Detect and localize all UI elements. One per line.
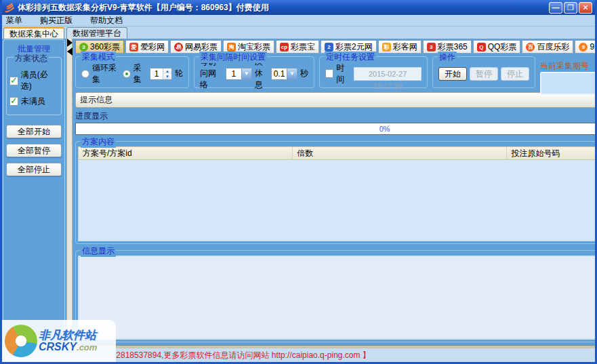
full-checkbox[interactable] [9, 77, 18, 85]
hint-strip: 提示信息 [75, 92, 595, 108]
site-taobao-icon: 淘 [227, 43, 236, 52]
crsky-watermark: 非凡软件站 CRSKY.com [2, 320, 116, 362]
site-tab-9188[interactable]: 9 9188彩票 [575, 40, 595, 53]
plan-table-body[interactable] [78, 160, 595, 241]
site-tab-label: 爱彩网 [140, 41, 165, 53]
current-issue-group: 当前采集期号 [540, 56, 595, 88]
rounds-unit-label: 轮 [175, 68, 183, 79]
info-display-group: 信息显示 [75, 250, 595, 342]
app-icon: 彡 [5, 3, 15, 13]
timer-title: 定时任务设置 [325, 52, 376, 63]
progress-bar: 0% [75, 123, 595, 135]
stepper-arrows-icon[interactable]: ▲▼ [163, 68, 171, 79]
pause-all-button[interactable]: 全部暂停 [6, 144, 62, 157]
site-tab-label: 彩票宝 [291, 41, 315, 53]
window-title: 体彩排列五数据采集分析V9-青苹软件【用户编号：860963】付费使用 [18, 2, 549, 14]
plan-table-header: 方案号/方案id 倍数 投注原始号码 [78, 146, 595, 160]
col-original-numbers[interactable]: 投注原始号码 [507, 147, 595, 159]
plan-content-group: 方案内容 方案号/方案id 倍数 投注原始号码 [75, 141, 595, 244]
site-360-icon: 3 [79, 43, 88, 52]
interval-title: 采集间隔时间设置 [199, 52, 267, 63]
site-365-icon: 3 [427, 43, 436, 52]
menu-bar: 菜单 购买正版 帮助文档 [2, 15, 595, 26]
site-caike-icon: 彩 [382, 43, 391, 52]
loop-collect-label: 循环采集 [92, 62, 120, 85]
info-display-area[interactable] [78, 256, 595, 340]
site-tab-label: 彩客网 [393, 41, 417, 53]
count-collect-radio[interactable] [123, 70, 131, 78]
pause-button[interactable]: 暂停 [470, 67, 498, 81]
site-caipiaobao-icon: cp [280, 43, 289, 52]
tab-data-collect-center[interactable]: 数据采集中心 [3, 27, 64, 39]
col-plan-id[interactable]: 方案号/方案id [79, 147, 293, 159]
notfull-checkbox[interactable] [9, 97, 18, 106]
site-tab-label: 9188彩票 [590, 41, 595, 53]
full-checkbox-label: 满员(必选) [21, 69, 58, 92]
menu-item-main[interactable]: 菜单 [6, 15, 22, 26]
batch-manage-sidebar: 批量管理 方案状态 满员(必选) 未满员 全部开始 全部暂停 全部停止 [3, 39, 65, 344]
site-tab-caike[interactable]: 彩 彩客网 [378, 40, 421, 53]
tab-data-manage-platform[interactable]: 数据管理平台 [66, 27, 127, 39]
site-tab-label: 360彩票 [90, 41, 120, 53]
start-button[interactable]: 开始 [438, 67, 467, 81]
site-tab-aicai[interactable]: 爱 爱彩网 [125, 40, 169, 53]
main-tab-strip: 数据采集中心 数据管理平台 [2, 26, 595, 39]
progress-label: 进度显示 [75, 110, 595, 122]
site-2yuan-icon: 2 [325, 43, 333, 52]
site-baidu-icon: 百 [526, 43, 535, 52]
visits-value: 1 [226, 68, 241, 79]
chevron-down-icon[interactable]: ▼ [287, 68, 297, 79]
timer-checkbox-label: 时间 [336, 62, 351, 85]
menu-item-buy[interactable]: 购买正版 [40, 15, 73, 26]
site-qq-icon: Q [477, 43, 486, 52]
visits-select[interactable]: 1 ▼ [226, 68, 252, 80]
site-tab-qq[interactable]: Q QQ彩票 [473, 40, 521, 53]
current-issue-field [540, 72, 595, 95]
maximize-button-icon[interactable]: ❐ [564, 2, 577, 14]
site-aicai-icon: 爱 [129, 43, 138, 52]
collect-mode-title: 采集模式 [81, 52, 116, 63]
loop-collect-radio[interactable] [81, 70, 89, 78]
site-tab-baidu[interactable]: 百 百度乐彩 [522, 40, 573, 53]
menu-item-help[interactable]: 帮助文档 [90, 15, 123, 26]
plan-status-group: 方案状态 满员(必选) 未满员 [6, 57, 62, 115]
watermark-site-name: 非凡软件站 [39, 329, 97, 342]
site-tab-label: QQ彩票 [488, 41, 517, 53]
rounds-stepper[interactable]: 1 ▲▼ [150, 68, 172, 80]
sidebar-splitter[interactable] [66, 39, 73, 345]
close-button-icon[interactable]: ✕ [579, 2, 592, 14]
col-multiple[interactable]: 倍数 [293, 147, 507, 159]
title-bar[interactable]: 彡 体彩排列五数据采集分析V9-青苹软件【用户编号：860963】付费使用 — … [2, 0, 595, 15]
count-collect-label: 采集 [133, 62, 147, 85]
stop-button[interactable]: 停止 [501, 67, 529, 81]
site-tab-label: 彩票365 [438, 41, 468, 53]
checkbox-row-notfull[interactable]: 未满员 [9, 96, 58, 107]
splitter-collapse-icon[interactable] [65, 39, 75, 56]
actions-title: 操作 [438, 52, 457, 63]
rounds-value[interactable]: 1 [150, 68, 163, 79]
interval-unit-label: 秒 [300, 68, 308, 79]
rest-select[interactable]: 0.1 ▼ [271, 68, 297, 80]
timer-datetime-field[interactable]: 2015-02-27 18:17:28 [354, 67, 421, 81]
start-all-button[interactable]: 全部开始 [6, 125, 62, 138]
checkbox-row-full[interactable]: 满员(必选) [9, 69, 58, 92]
interval-group: 采集间隔时间设置 每访问网络 1 ▼ 次休息 0.1 ▼ 秒 [194, 56, 314, 88]
timer-group: 定时任务设置 时间 2015-02-27 18:17:28 [319, 56, 428, 88]
plan-status-group-title: 方案状态 [14, 53, 49, 64]
progress-row: 0% 0/0 [75, 123, 595, 135]
site-tab-label: 彩票2元网 [335, 41, 373, 53]
minimize-button-icon[interactable]: — [549, 2, 562, 14]
current-issue-title: 当前采集期号 [540, 61, 589, 70]
site-tab-caipiaobao[interactable]: cp 彩票宝 [276, 40, 319, 53]
stop-all-button[interactable]: 全部停止 [6, 163, 62, 176]
rest-value: 0.1 [272, 68, 287, 79]
controls-row: 采集模式 循环采集 采集 1 ▲▼ 轮 采集间隔时间设置 每访问网络 1 [75, 56, 595, 88]
site-9188-icon: 9 [579, 43, 588, 52]
progress-percent: 0% [76, 123, 595, 134]
crsky-logo-icon [5, 325, 37, 357]
plan-content-title: 方案内容 [81, 136, 116, 148]
watermark-domain: CRSKY.com [39, 342, 97, 353]
chevron-down-icon[interactable]: ▼ [241, 68, 251, 79]
timer-checkbox[interactable] [325, 69, 333, 78]
actions-group: 操作 开始 暂停 停止 [432, 56, 535, 88]
